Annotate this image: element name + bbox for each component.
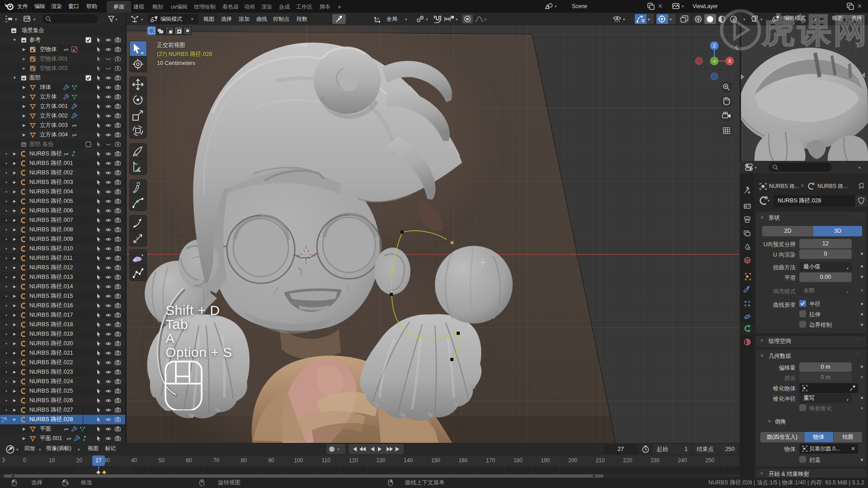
svg-text:X: X: [728, 59, 731, 64]
svg-text:-Y: -Y: [712, 59, 717, 64]
svg-text:Z: Z: [713, 43, 716, 48]
